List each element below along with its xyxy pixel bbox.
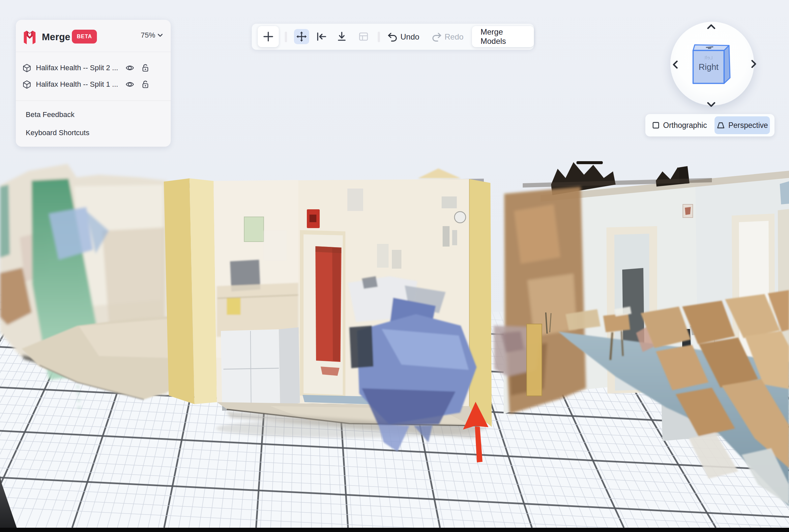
toolbar-divider [378,32,380,42]
model-list-item[interactable]: Halifax Health -- Split 2 ... [16,60,171,76]
perspective-frustum-icon [716,121,725,129]
panel-divider [16,100,171,101]
main-toolbar: Undo Redo Merge Models [252,24,534,50]
chevron-down-icon [157,34,163,37]
redo-icon [432,32,442,41]
undo-button[interactable]: Undo [388,24,419,50]
align-left-tool-button[interactable] [314,29,329,44]
keyboard-shortcuts-link[interactable]: Keyboard Shortcuts [26,129,89,137]
projection-toggle: Orthographic Perspective [645,114,774,136]
merge-models-button[interactable]: Merge Models [472,26,534,47]
matterport-logo-icon [22,30,37,45]
orthographic-label: Orthographic [663,121,707,130]
undo-icon [388,32,398,41]
align-left-icon [316,31,327,42]
orthographic-square-icon [652,121,660,129]
app-window: Merge BETA 75% Halifax Health -- Split 2… [0,0,789,532]
zoom-level-select[interactable]: 75% [141,31,163,40]
perspective-option-selected[interactable]: Perspective [714,116,770,134]
redo-label: Redo [445,32,463,41]
model-name: Halifax Health -- Split 1 ... [36,80,125,89]
visibility-eye-icon[interactable] [126,80,134,89]
mesh-center-room[interactable] [164,168,492,452]
bottom-edge-bar [0,528,789,532]
model-name: Halifax Health -- Split 2 ... [36,63,125,72]
beta-feedback-link[interactable]: Beta Feedback [26,110,75,119]
wall-clock-mesh [455,212,466,223]
toolbar-divider [285,32,287,42]
move-icon [296,31,307,42]
lock-open-icon[interactable] [141,63,149,72]
zoom-level-value: 75% [141,31,155,40]
split-view-button-disabled [356,29,371,44]
perspective-label: Perspective [728,121,768,130]
model-cube-icon [22,63,31,73]
drop-to-ground-tool-button[interactable] [334,29,349,44]
mesh-right-room[interactable] [494,161,789,507]
svg-text:Left: Left [704,55,713,60]
model-cube-icon [22,80,31,89]
view-cube-widget[interactable]: Left Right [670,22,754,106]
arrow-down-to-line-icon [336,31,347,42]
merge-side-panel: Merge BETA 75% Halifax Health -- Split 2… [16,20,171,147]
redo-button-disabled: Redo [432,24,463,50]
add-model-button[interactable] [258,26,279,47]
app-title: Merge [42,32,70,42]
view-cube-3d-icon[interactable]: Left [670,22,754,106]
beta-badge: BETA [72,30,97,43]
orthographic-option[interactable]: Orthographic [652,114,707,136]
undo-label: Undo [400,32,419,41]
visibility-eye-icon[interactable] [126,63,134,72]
model-list-item[interactable]: Halifax Health -- Split 1 ... [16,76,171,93]
move-tool-button[interactable] [294,29,309,44]
plus-icon [263,31,273,42]
split-layout-icon [358,31,369,42]
lock-open-icon[interactable] [141,80,149,89]
